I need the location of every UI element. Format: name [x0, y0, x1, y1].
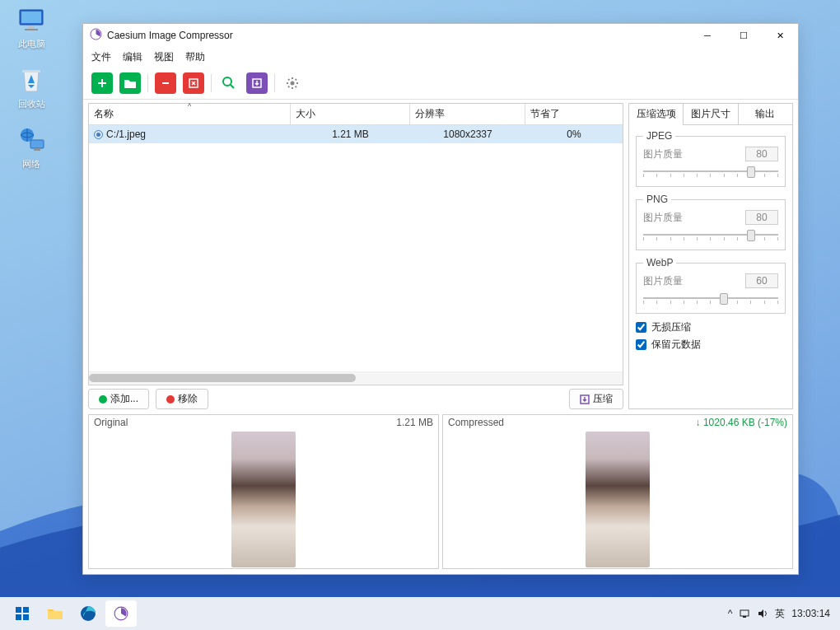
desktop-icons: 此电脑 回收站 网络 — [10, 7, 53, 170]
toolbar — [83, 67, 798, 100]
remove-button[interactable] — [155, 72, 176, 94]
edge-button[interactable] — [72, 600, 104, 627]
minimize-button[interactable]: ─ — [689, 24, 726, 47]
preview-button[interactable] — [218, 72, 240, 94]
divider — [274, 74, 275, 92]
compressed-preview: Compressed ↓ 1020.46 KB (-17%) — [442, 414, 793, 569]
webp-group: WebP 图片质量 — [636, 257, 786, 314]
jpeg-quality-slider[interactable] — [643, 165, 778, 178]
tab-image-size[interactable]: 图片尺寸 — [684, 104, 738, 124]
row-select-radio[interactable] — [94, 130, 103, 139]
horizontal-scrollbar[interactable] — [89, 371, 623, 385]
svg-point-10 — [223, 77, 231, 86]
png-quality-label: 图片质量 — [643, 211, 683, 225]
col-resolution[interactable]: 分辨率 — [410, 104, 525, 124]
webp-quality-label: 图片质量 — [643, 274, 683, 288]
titlebar[interactable]: Caesium Image Compressor ─ ☐ ✕ — [83, 24, 798, 47]
maximize-button[interactable]: ☐ — [726, 24, 762, 47]
remove-action-button[interactable]: 移除 — [156, 389, 208, 409]
app-icon — [90, 28, 102, 43]
file-saved: 0% — [525, 125, 623, 143]
start-button[interactable] — [7, 600, 38, 627]
file-resolution: 1080x2337 — [410, 125, 525, 143]
col-saved[interactable]: 节省了 — [525, 104, 623, 124]
desktop-icon-label: 此电脑 — [18, 38, 45, 50]
add-button[interactable]: 添加... — [88, 389, 149, 409]
menu-edit[interactable]: 编辑 — [123, 50, 142, 64]
keep-metadata-checkbox[interactable] — [636, 339, 646, 350]
tray-chevron-icon[interactable]: ^ — [728, 608, 733, 619]
keep-metadata-label: 保留元数据 — [651, 338, 701, 352]
add-folder-button[interactable] — [119, 72, 141, 94]
svg-rect-7 — [34, 148, 40, 151]
monitor-icon — [17, 7, 45, 35]
file-name: C:/1.jpeg — [106, 128, 146, 140]
svg-rect-17 — [23, 614, 29, 620]
desktop-icon-label: 网络 — [22, 158, 40, 170]
original-image — [231, 432, 296, 567]
png-quality-slider[interactable] — [643, 228, 778, 241]
caesium-taskbar-button[interactable] — [105, 600, 137, 627]
sort-indicator-icon: ^ — [188, 102, 191, 110]
svg-rect-21 — [740, 610, 749, 616]
col-size[interactable]: 大小 — [291, 104, 410, 124]
menu-file[interactable]: 文件 — [91, 50, 111, 64]
compressed-label: Compressed — [448, 417, 504, 428]
svg-rect-16 — [16, 614, 21, 620]
svg-rect-18 — [48, 611, 63, 619]
jpeg-group: JPEG 图片质量 — [636, 130, 786, 187]
file-table: ^ 名称 大小 分辨率 节省了 C:/1.jpeg 1.21 MB 1080x2… — [88, 103, 623, 385]
clear-all-button[interactable] — [183, 72, 204, 94]
svg-rect-4 — [22, 70, 40, 72]
svg-point-12 — [291, 81, 295, 85]
file-size: 1.21 MB — [291, 125, 410, 143]
lossless-checkbox[interactable] — [636, 322, 646, 333]
svg-rect-22 — [743, 616, 746, 618]
taskbar: ^ 英 13:03:14 — [0, 597, 840, 630]
settings-button[interactable] — [282, 72, 303, 94]
jpeg-quality-input[interactable] — [745, 147, 778, 161]
compressed-image — [586, 432, 650, 567]
compress-icon — [580, 394, 590, 404]
network-icon — [17, 127, 45, 155]
webp-quality-slider[interactable] — [643, 292, 778, 305]
explorer-button[interactable] — [40, 600, 71, 627]
desktop-icon-network[interactable]: 网络 — [10, 127, 53, 170]
png-quality-input[interactable] — [745, 210, 778, 225]
tab-output[interactable]: 输出 — [739, 104, 792, 124]
add-file-button[interactable] — [91, 72, 113, 94]
window-title: Caesium Image Compressor — [107, 30, 233, 41]
svg-rect-1 — [21, 12, 41, 23]
tray-ime[interactable]: 英 — [775, 607, 785, 621]
divider — [147, 74, 148, 92]
tray-volume-icon[interactable] — [757, 608, 768, 619]
svg-rect-3 — [25, 29, 38, 30]
svg-rect-14 — [16, 607, 21, 613]
original-preview: Original 1.21 MB — [88, 414, 439, 569]
close-button[interactable]: ✕ — [762, 24, 798, 47]
desktop-icon-recycle-bin[interactable]: 回收站 — [10, 67, 53, 110]
tab-compress-options[interactable]: 压缩选项 — [629, 104, 684, 124]
tray-network-icon[interactable] — [739, 608, 750, 619]
tray-time[interactable]: 13:03:14 — [791, 608, 830, 619]
original-size: 1.21 MB — [396, 417, 433, 428]
desktop-icon-this-pc[interactable]: 此电脑 — [10, 7, 53, 50]
recycle-bin-icon — [17, 67, 45, 95]
options-panel: 压缩选项 图片尺寸 输出 JPEG 图片质量 — [628, 103, 793, 409]
compress-button[interactable]: 压缩 — [569, 389, 623, 409]
png-group: PNG 图片质量 — [636, 194, 786, 250]
table-header: ^ 名称 大小 分辨率 节省了 — [89, 104, 623, 125]
lossless-label: 无损压缩 — [651, 320, 691, 334]
menu-view[interactable]: 视图 — [154, 50, 174, 64]
desktop-icon-label: 回收站 — [18, 98, 45, 110]
webp-quality-input[interactable] — [745, 273, 778, 288]
svg-rect-6 — [30, 140, 44, 148]
table-row[interactable]: C:/1.jpeg 1.21 MB 1080x2337 0% — [89, 125, 623, 143]
compressed-size: ↓ 1020.46 KB (-17%) — [696, 417, 787, 428]
menu-help[interactable]: 帮助 — [185, 50, 205, 64]
compress-toolbar-button[interactable] — [246, 72, 268, 94]
original-label: Original — [94, 417, 128, 428]
menubar: 文件 编辑 视图 帮助 — [83, 47, 798, 67]
jpeg-quality-label: 图片质量 — [643, 147, 683, 161]
svg-rect-2 — [28, 26, 35, 29]
